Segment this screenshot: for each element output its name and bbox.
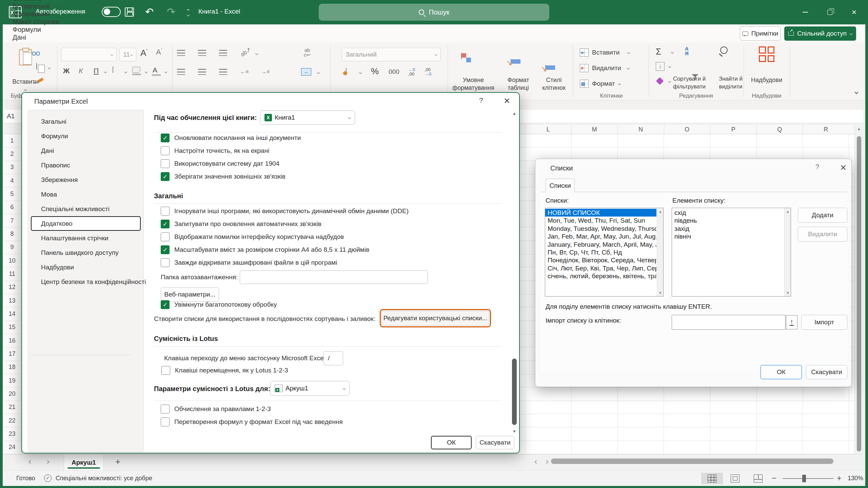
row-header[interactable]: 11 [3, 267, 21, 281]
row-header[interactable]: 8 [3, 227, 21, 241]
column-header[interactable]: L [525, 125, 571, 134]
comments-button[interactable]: Примітки [740, 26, 781, 41]
lotus-nav-checkbox-row[interactable]: Клавіші переміщення, як у Lotus 1-2-3 [161, 365, 288, 375]
close-icon[interactable]: ✕ [840, 163, 847, 172]
row-header[interactable]: 10 [3, 254, 21, 267]
copy-icon[interactable] [36, 63, 37, 69]
ribbon-tab[interactable]: Вставлення [7, 2, 65, 10]
normal-view-button[interactable] [701, 473, 723, 484]
options-scrollbar[interactable]: ▲▼ [510, 110, 518, 435]
row-header[interactable]: 7 [3, 214, 21, 227]
chevron-down-icon[interactable] [124, 70, 127, 73]
vertical-scrollbar[interactable]: ▲ [854, 125, 863, 454]
collapse-dialog-button[interactable]: ↑ [786, 315, 797, 329]
ribbon-tab[interactable]: Макет сторінки [7, 18, 65, 26]
save-icon[interactable] [125, 7, 134, 17]
sidebar-item[interactable]: Правопис [31, 158, 141, 172]
delete-cells-button[interactable]: × Видалити [580, 64, 629, 72]
search-input[interactable]: Пошук [319, 4, 549, 21]
checkbox-row[interactable]: Відображати помилки інтерфейсу користува… [161, 232, 409, 242]
column-header[interactable]: M [571, 125, 618, 134]
zoom-level[interactable]: 130% [848, 475, 863, 482]
merge-center-icon[interactable]: ↔ [301, 68, 311, 76]
scrollbar-thumb[interactable] [857, 136, 861, 451]
ribbon-tab[interactable]: Дані [7, 34, 65, 41]
checkbox-row[interactable]: Масштабувати вміст за розміром сторінки … [161, 245, 409, 255]
list-entry[interactable]: південь [672, 217, 784, 224]
thousands-icon[interactable]: 000 [389, 68, 399, 76]
sidebar-item[interactable]: Збереження [31, 172, 141, 187]
increase-indent-icon[interactable]: →≡ [261, 69, 270, 75]
font-name-combo[interactable] [61, 48, 117, 61]
align-middle-icon[interactable] [198, 50, 206, 56]
list-item[interactable]: Понеділок, Вівторок, Середа, Четвер, П'я… [545, 256, 656, 264]
row-header[interactable]: 17 [3, 347, 21, 361]
decrease-decimal-icon[interactable]: ,00→0 [425, 67, 431, 76]
column-header[interactable]: Q [756, 125, 803, 134]
column-header[interactable]: N [617, 125, 664, 134]
align-top-icon[interactable] [177, 50, 185, 56]
zoom-slider-thumb[interactable] [802, 475, 806, 482]
underline-button[interactable]: П [94, 67, 99, 75]
lists-tab[interactable]: Списки [546, 179, 575, 192]
row-header[interactable]: 9 [3, 241, 21, 254]
collapse-ribbon-icon[interactable] [854, 90, 858, 94]
list-item[interactable]: Monday, Tuesday, Wednesday, Thursday, Fr… [545, 225, 656, 232]
list-item[interactable]: НОВИЙ СПИСОК [545, 209, 656, 217]
row-header[interactable]: 12 [3, 281, 21, 294]
row-header[interactable]: 23 [3, 427, 21, 441]
percent-icon[interactable]: % [371, 66, 379, 77]
row-header[interactable]: 19 [3, 374, 21, 387]
select-all-corner[interactable] [3, 125, 22, 134]
clear-icon[interactable] [656, 77, 664, 85]
list-entry[interactable]: північ [672, 232, 784, 240]
list-entries-listbox[interactable]: східпівденьзахідпівніч ▲▼ [672, 208, 791, 297]
increase-font-icon[interactable]: Aˆ [140, 48, 148, 58]
format-cells-button[interactable]: ▦ Формат [580, 80, 620, 88]
row-header[interactable]: 4 [3, 174, 21, 187]
share-button[interactable]: Спільний доступ [784, 26, 856, 41]
checkbox-row[interactable]: Запитувати про оновлення автоматичних зв… [161, 219, 409, 229]
name-box[interactable]: A1 [7, 113, 15, 120]
font-color-icon[interactable]: A [153, 66, 157, 74]
hscroll-right-icon[interactable] [545, 460, 548, 464]
italic-button[interactable]: К [79, 67, 83, 75]
align-left-icon[interactable] [177, 69, 185, 75]
row-header[interactable]: 3 [3, 161, 21, 174]
ok-button[interactable]: ОК [431, 436, 472, 449]
accessibility-status[interactable]: Спеціальні можливості: усе добре [56, 475, 152, 482]
ok-button[interactable]: ОК [761, 365, 802, 379]
checkbox-row[interactable]: Зберігати значення зовнішніх зв'язків [161, 171, 301, 182]
undo-icon[interactable]: ↶ [145, 6, 154, 18]
checkbox-row[interactable]: Перетворення формул у формат Excel під ч… [161, 417, 343, 427]
sidebar-item[interactable]: Додатково [31, 216, 141, 231]
sidebar-item[interactable]: Формули [31, 129, 141, 143]
prev-sheet-icon[interactable] [28, 460, 32, 464]
import-range-input[interactable] [672, 315, 786, 330]
zoom-in-button[interactable]: + [837, 473, 842, 483]
insert-cells-button[interactable]: ⇤ Вставити [580, 48, 630, 57]
redo-icon[interactable]: ↷ [167, 6, 175, 18]
cell-styles-button[interactable]: Стилі клітинок [3, 61, 865, 67]
list-item[interactable]: січень, лютий, березень, квітень, травен… [545, 272, 656, 280]
add-button[interactable]: Додати [798, 208, 847, 223]
checkbox-row[interactable]: Настроїти точність, як на екрані [161, 146, 301, 156]
autosum-icon[interactable]: Σ [656, 46, 661, 57]
decrease-font-icon[interactable]: Aˇ [156, 48, 162, 57]
checkbox-row[interactable]: Завжди відкривати зашифровані файли в ці… [161, 258, 409, 268]
cancel-button[interactable]: Скасувати [806, 365, 847, 379]
chevron-down-icon[interactable] [145, 70, 147, 73]
decrease-indent-icon[interactable]: ←≡ [240, 69, 249, 75]
column-header[interactable]: R [803, 125, 849, 134]
row-header[interactable]: 15 [3, 321, 21, 334]
list-item[interactable]: January, February, March, April, May, Ju… [545, 241, 656, 248]
row-header[interactable]: 16 [3, 334, 21, 347]
sidebar-item[interactable]: Спеціальні можливості [31, 202, 141, 216]
font-size-combo[interactable]: 11 [119, 48, 136, 61]
row-header[interactable]: 5 [3, 187, 21, 201]
horizontal-scrollbar-thumb[interactable] [551, 459, 833, 464]
fill-color-icon[interactable] [132, 67, 140, 73]
zoom-slider[interactable] [783, 478, 833, 479]
chevron-down-icon[interactable] [164, 70, 167, 73]
checkbox-row[interactable]: Оновлювати посилання на інші документи [161, 133, 301, 143]
